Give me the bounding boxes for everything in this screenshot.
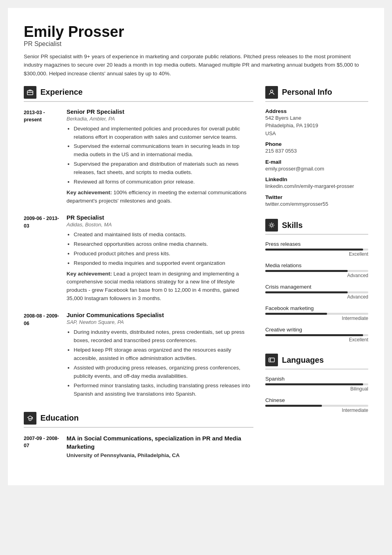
language-level-label: Intermediate <box>265 408 368 413</box>
skill-bar-fill <box>265 313 327 315</box>
skill-level-label: Excellent <box>265 251 368 257</box>
exp-date: 2009-06 - 2013-03 <box>24 214 59 303</box>
skill-bar-bg <box>265 313 368 315</box>
key-achievement: Key achievement: Lead a project team in … <box>67 270 253 303</box>
edu-school: University of Pennsylvania, Philadelphia… <box>67 452 253 458</box>
linkedin-value: linkedin.com/in/emily-margaret-prosser <box>265 182 368 190</box>
exp-bullet: Assisted with producing press releases, … <box>74 364 253 381</box>
education-title: Education <box>40 413 79 423</box>
right-column: Personal Info Address 542 Byers Lane Phi… <box>265 86 368 469</box>
exp-content: Senior PR SpecialistBerkadia, Ambler, PA… <box>67 108 253 205</box>
skill-item: Press releasesExcellent <box>265 241 368 257</box>
twitter-label: Twitter <box>265 194 368 200</box>
resume: Emily Prosser PR Specialist Senior PR sp… <box>8 8 384 485</box>
skill-item: Crisis managementAdvanced <box>265 284 368 300</box>
personal-info-icon <box>265 86 278 99</box>
skill-bar-bg <box>265 270 368 272</box>
languages-title: Languages <box>282 356 324 365</box>
email-value: emily.prosser@gmail.com <box>265 165 368 173</box>
language-name: Chinese <box>265 397 368 403</box>
exp-bullet: Created and maintained lists of media co… <box>74 231 253 239</box>
address-line2: Philadelphia, PA 19019 <box>265 122 368 130</box>
languages-icon <box>265 354 278 366</box>
personal-info-header: Personal Info <box>265 86 368 102</box>
address-line3: USA <box>265 130 368 138</box>
email-item: E-mail emily.prosser@gmail.com <box>265 159 368 173</box>
exp-role: Junior Communications Specialist <box>67 312 253 318</box>
exp-bullet: Reviewed all forms of communication prio… <box>74 178 253 186</box>
skill-level-label: Intermediate <box>265 316 368 321</box>
skill-bar-fill <box>265 334 363 336</box>
education-entry: 2007-09 - 2008-07MA in Social Communicat… <box>24 434 253 458</box>
language-bar-fill <box>265 405 322 407</box>
skill-level-label: Excellent <box>265 337 368 343</box>
exp-role: PR Specialist <box>67 214 253 221</box>
languages-list: SpanishBilingualChineseIntermediate <box>265 376 368 413</box>
exp-bullet: Helped keep PR storage areas organized a… <box>74 346 253 363</box>
skill-bar-bg <box>265 249 368 251</box>
address-line1: 542 Byers Lane <box>265 114 368 122</box>
languages-section: Languages SpanishBilingualChineseInterme… <box>265 354 368 413</box>
exp-role: Senior PR Specialist <box>67 108 253 115</box>
experience-icon <box>24 86 36 99</box>
exp-content: Junior Communications SpecialistSAP, New… <box>67 312 253 400</box>
key-achievement: Key achievement: 100% efficiency in meet… <box>67 189 253 205</box>
exp-company: Berkadia, Ambler, PA <box>67 116 253 122</box>
exp-bullet: Developed and implemented policies and p… <box>74 125 253 142</box>
language-level-label: Bilingual <box>265 386 368 392</box>
skill-name: Crisis management <box>265 284 368 290</box>
skill-bar-fill <box>265 249 363 251</box>
twitter-value: twitter.com/emmyprosser55 <box>265 200 368 208</box>
exp-date: 2008-08 - 2009-06 <box>24 312 59 400</box>
phone-label: Phone <box>265 141 368 147</box>
skill-level-label: Advanced <box>265 294 368 300</box>
skill-name: Media relations <box>265 262 368 268</box>
edu-date: 2007-09 - 2008-07 <box>24 434 59 458</box>
experience-list: 2013-03 - presentSenior PR SpecialistBer… <box>24 108 253 401</box>
skills-list: Press releasesExcellentMedia relationsAd… <box>265 241 368 343</box>
skill-item: Facebook marketingIntermediate <box>265 305 368 321</box>
main-layout: Experience 2013-03 - presentSenior PR Sp… <box>24 86 368 469</box>
skill-level-label: Advanced <box>265 273 368 278</box>
candidate-name: Emily Prosser <box>24 24 368 40</box>
exp-bullet: Produced product pitches and press kits. <box>74 250 253 258</box>
exp-company: Adidas, Boston, MA <box>67 222 253 228</box>
exp-bullet: Responded to media inquiries and support… <box>74 259 253 268</box>
exp-bullet: Researched opportunities across online m… <box>74 240 253 249</box>
skill-bar-fill <box>265 291 348 293</box>
exp-bullets: During industry events, distributed note… <box>67 328 253 398</box>
exp-bullets: Created and maintained lists of media co… <box>67 231 253 268</box>
language-item: SpanishBilingual <box>265 376 368 392</box>
exp-date: 2013-03 - present <box>24 108 59 205</box>
personal-info-title: Personal Info <box>282 88 332 97</box>
education-header: Education <box>24 412 253 428</box>
linkedin-item: LinkedIn linkedin.com/in/emily-margaret-… <box>265 176 368 190</box>
address-item: Address 542 Byers Lane Philadelphia, PA … <box>265 108 368 138</box>
experience-header: Experience <box>24 86 253 102</box>
languages-header: Languages <box>265 354 368 369</box>
email-label: E-mail <box>265 159 368 165</box>
exp-company: SAP, Newton Square, PA <box>67 319 253 325</box>
skill-item: Creative writingExcellent <box>265 327 368 343</box>
skills-title: Skills <box>282 221 303 230</box>
experience-section: Experience 2013-03 - presentSenior PR Sp… <box>24 86 253 401</box>
experience-title: Experience <box>40 88 83 97</box>
phone-value: 215 837 0553 <box>265 147 368 155</box>
skill-name: Creative writing <box>265 327 368 333</box>
exp-bullet: Performed minor translating tasks, inclu… <box>74 382 253 398</box>
language-bar-bg <box>265 405 368 407</box>
skill-name: Facebook marketing <box>265 305 368 311</box>
skill-name: Press releases <box>265 241 368 247</box>
svg-point-4 <box>270 224 273 226</box>
skill-item: Media relationsAdvanced <box>265 262 368 278</box>
summary: Senior PR specialist with 9+ years of ex… <box>24 52 368 78</box>
edu-content: MA in Social Communications, specializat… <box>67 434 253 458</box>
experience-entry: 2008-08 - 2009-06Junior Communications S… <box>24 312 253 400</box>
language-name: Spanish <box>265 376 368 382</box>
skill-bar-bg <box>265 334 368 336</box>
edu-degree: MA in Social Communications, specializat… <box>67 434 253 451</box>
header-section: Emily Prosser PR Specialist Senior PR sp… <box>24 24 368 78</box>
exp-bullet: Supervised the preparation and distribut… <box>74 160 253 177</box>
phone-item: Phone 215 837 0553 <box>265 141 368 155</box>
experience-entry: 2009-06 - 2013-03PR SpecialistAdidas, Bo… <box>24 214 253 303</box>
